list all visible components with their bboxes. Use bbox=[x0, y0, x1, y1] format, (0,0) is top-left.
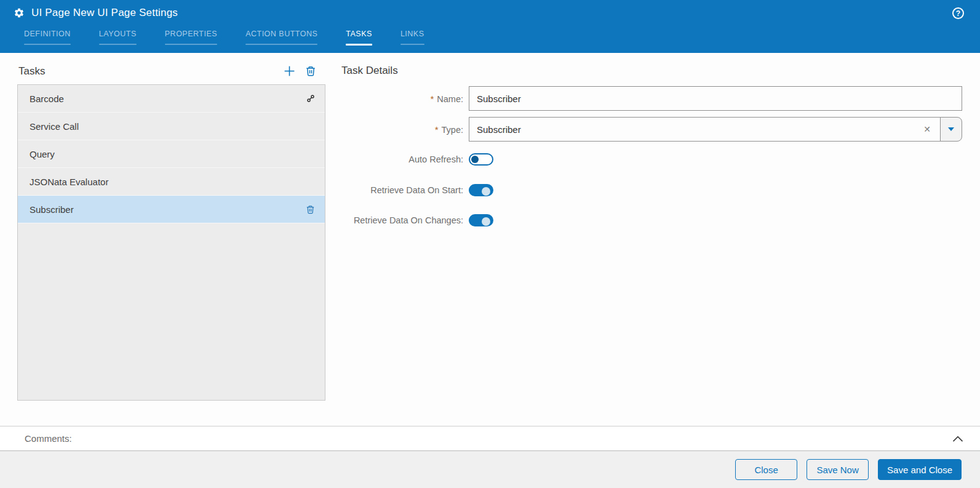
toggle-knob bbox=[471, 156, 479, 163]
auto-refresh-row: Auto Refresh: bbox=[0, 153, 962, 166]
task-row-label: Subscriber bbox=[30, 204, 74, 215]
page-title: UI Page New UI Page Settings bbox=[31, 7, 178, 19]
comments-label: Comments: bbox=[25, 433, 72, 444]
tab-properties[interactable]: PROPERTIES bbox=[159, 30, 223, 46]
tab-underline bbox=[165, 44, 217, 45]
save-now-button[interactable]: Save Now bbox=[807, 459, 869, 480]
name-input[interactable] bbox=[469, 86, 962, 111]
tab-underline bbox=[400, 44, 424, 45]
gear-icon bbox=[14, 7, 25, 18]
close-button[interactable]: Close bbox=[735, 459, 797, 480]
save-and-close-button[interactable]: Save and Close bbox=[878, 459, 962, 480]
clear-icon[interactable]: ✕ bbox=[923, 125, 931, 134]
type-input[interactable] bbox=[469, 117, 941, 142]
header: UI Page New UI Page Settings ? DEFINITIO… bbox=[0, 0, 980, 53]
tab-layouts[interactable]: LAYOUTS bbox=[94, 30, 142, 46]
tasks-panel-title: Tasks bbox=[18, 65, 45, 78]
comments-bar: Comments: bbox=[0, 426, 980, 451]
plus-icon bbox=[283, 65, 296, 78]
name-label: *Name: bbox=[0, 94, 463, 104]
retrieve-data-on-changes-toggle[interactable] bbox=[469, 214, 493, 226]
tab-underline bbox=[24, 44, 71, 45]
type-field-row: *Type: ✕ bbox=[0, 117, 962, 142]
tab-label: LAYOUTS bbox=[99, 30, 137, 38]
tab-label: TASKS bbox=[346, 30, 372, 38]
required-asterisk: * bbox=[435, 124, 439, 135]
collapse-comments-button[interactable] bbox=[952, 434, 964, 443]
type-label: *Type: bbox=[0, 124, 463, 135]
tasks-panel-header: Tasks bbox=[18, 65, 325, 78]
retrieve-data-on-start-row: Retrieve Data On Start: bbox=[0, 184, 962, 196]
help-icon[interactable]: ? bbox=[952, 7, 964, 19]
chevron-up-icon bbox=[952, 434, 964, 443]
tab-action-buttons[interactable]: ACTION BUTTONS bbox=[240, 30, 323, 46]
toggle-knob bbox=[482, 187, 490, 196]
tab-underline bbox=[346, 44, 372, 46]
ui-page-settings-window: UI Page New UI Page Settings ? DEFINITIO… bbox=[0, 0, 980, 488]
auto-refresh-label: Auto Refresh: bbox=[0, 154, 463, 164]
task-details-title: Task Details bbox=[341, 65, 398, 77]
chevron-down-icon bbox=[948, 127, 954, 131]
retrieve-data-on-start-label: Retrieve Data On Start: bbox=[0, 185, 463, 195]
delete-task-button[interactable] bbox=[305, 65, 316, 77]
name-field-row: *Name: bbox=[0, 86, 962, 111]
tab-definition[interactable]: DEFINITION bbox=[18, 30, 76, 46]
trash-icon bbox=[305, 65, 316, 77]
tab-label: PROPERTIES bbox=[165, 30, 217, 38]
retrieve-data-on-changes-row: Retrieve Data On Changes: bbox=[0, 214, 962, 226]
tab-underline bbox=[245, 44, 317, 45]
add-task-button[interactable] bbox=[283, 65, 296, 78]
type-combobox: ✕ bbox=[469, 117, 962, 142]
trash-icon bbox=[306, 204, 315, 215]
tab-label: DEFINITION bbox=[24, 30, 71, 38]
tab-underline bbox=[99, 44, 137, 45]
required-asterisk: * bbox=[430, 94, 434, 104]
tab-label: LINKS bbox=[400, 30, 424, 38]
toggle-knob bbox=[482, 217, 490, 226]
dropdown-button[interactable] bbox=[940, 117, 962, 142]
tab-tasks[interactable]: TASKS bbox=[340, 30, 378, 46]
delete-row-button[interactable] bbox=[306, 204, 315, 215]
tab-bar: DEFINITION LAYOUTS PROPERTIES ACTION BUT… bbox=[18, 30, 430, 46]
tab-links[interactable]: LINKS bbox=[395, 30, 430, 46]
tab-label: ACTION BUTTONS bbox=[245, 30, 317, 38]
footer: Close Save Now Save and Close bbox=[0, 451, 980, 488]
retrieve-data-on-changes-label: Retrieve Data On Changes: bbox=[0, 215, 463, 225]
retrieve-data-on-start-toggle[interactable] bbox=[469, 184, 493, 196]
auto-refresh-toggle[interactable] bbox=[469, 153, 493, 166]
